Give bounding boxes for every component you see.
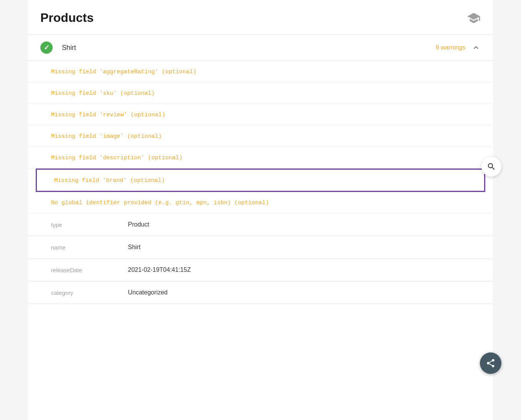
warning-item: Missing field 'sku' (optional)	[28, 83, 493, 104]
share-fab-button[interactable]	[480, 352, 501, 374]
field-value-category: Uncategorized	[128, 289, 168, 296]
warning-item: No global identifier provided (e.g. gtin…	[28, 192, 493, 213]
highlighted-warning-item: Missing field 'brand' (optional)	[36, 169, 485, 192]
data-row-releasedate: releaseDate 2021-02-19T04:41:15Z	[28, 259, 493, 281]
field-label-category: category	[51, 289, 128, 296]
field-value-releasedate: 2021-02-19T04:41:15Z	[128, 266, 191, 273]
graduation-cap-icon	[467, 11, 481, 25]
warning-text: Missing field 'review' (optional)	[51, 112, 165, 118]
warning-text: Missing field 'sku' (optional)	[51, 90, 155, 97]
collapse-button[interactable]	[471, 43, 481, 52]
warning-text: No global identifier provided (e.g. gtin…	[51, 200, 269, 206]
warning-item: Missing field 'review' (optional)	[28, 104, 493, 126]
search-fab-button[interactable]	[481, 157, 501, 177]
data-row-type: type Product	[28, 213, 493, 236]
field-label-type: type	[51, 222, 128, 228]
field-label-releasedate: releaseDate	[51, 267, 128, 273]
field-label-name: name	[51, 244, 128, 251]
product-name: Shirt	[62, 44, 436, 52]
warning-text: Missing field 'description' (optional)	[51, 155, 183, 161]
warning-text: Missing field 'image' (optional)	[51, 133, 162, 140]
field-value-type: Product	[128, 221, 149, 228]
data-fields-section: type Product name Shirt releaseDate 2021…	[28, 213, 493, 304]
warnings-count: 9 warnings	[436, 44, 465, 51]
warning-item: Missing field 'image' (optional)	[28, 126, 493, 147]
warning-item: Missing field 'description' (optional)	[28, 147, 493, 169]
warnings-list: Missing field 'aggregateRating' (optiona…	[28, 61, 493, 213]
page-header: Products	[28, 0, 493, 35]
product-row: Shirt 9 warnings	[28, 35, 493, 61]
data-row-category: category Uncategorized	[28, 281, 493, 304]
check-icon	[40, 41, 53, 54]
warning-item: Missing field 'aggregateRating' (optiona…	[28, 61, 493, 83]
page-title: Products	[40, 11, 94, 25]
warning-text: Missing field 'aggregateRating' (optiona…	[51, 69, 196, 75]
field-value-name: Shirt	[128, 244, 141, 251]
warning-text-brand: Missing field 'brand' (optional)	[54, 177, 165, 184]
data-row-name: name Shirt	[28, 236, 493, 259]
